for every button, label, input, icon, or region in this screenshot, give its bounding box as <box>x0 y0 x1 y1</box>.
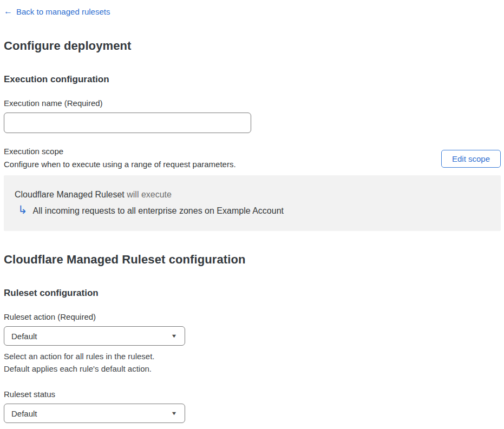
ruleset-configuration-section-title: Cloudflare Managed Ruleset configuration <box>4 253 501 267</box>
ruleset-action-label: Ruleset action (Required) <box>4 312 501 321</box>
summary-scope-value: All incoming requests to all enterprise … <box>33 206 284 216</box>
summary-ruleset-name: Cloudflare Managed Ruleset <box>15 190 125 199</box>
edit-scope-button[interactable]: Edit scope <box>441 150 501 168</box>
ruleset-action-helper-line1: Select an action for all rules in the ru… <box>4 350 501 362</box>
ruleset-status-value: Default <box>11 409 37 418</box>
elbow-arrow-icon: ↳ <box>18 204 28 215</box>
ruleset-action-helper-line2: Default applies each rule's default acti… <box>4 362 501 375</box>
ruleset-configuration-heading: Ruleset configuration <box>4 288 501 299</box>
execution-scope-row: Execution scope Configure when to execut… <box>4 147 501 169</box>
execution-name-input[interactable] <box>4 113 251 133</box>
ruleset-action-value: Default <box>11 332 37 341</box>
configure-deployment-page: ← Back to managed rulesets Configure dep… <box>0 0 504 429</box>
ruleset-status-label: Ruleset status <box>4 390 501 399</box>
summary-will-execute: will execute <box>125 190 172 199</box>
ruleset-action-helper: Select an action for all rules in the ru… <box>4 350 501 375</box>
execution-scope-text: Execution scope Configure when to execut… <box>4 147 236 169</box>
execution-name-label: Execution name (Required) <box>4 98 501 108</box>
back-link-label: Back to managed rulesets <box>16 7 110 16</box>
chevron-down-icon: ▼ <box>171 333 178 339</box>
execution-configuration-heading: Execution configuration <box>4 74 501 85</box>
ruleset-action-select[interactable]: Default ▼ <box>4 326 185 346</box>
summary-scope-line: ↳ All incoming requests to all enterpris… <box>15 205 490 216</box>
execution-scope-summary: Cloudflare Managed Ruleset will execute … <box>4 175 501 231</box>
execution-scope-label: Execution scope <box>4 147 236 156</box>
back-arrow-icon: ← <box>4 7 12 16</box>
page-title: Configure deployment <box>4 39 501 53</box>
execution-scope-description: Configure when to execute using a range … <box>4 160 236 169</box>
chevron-down-icon: ▼ <box>171 411 178 416</box>
ruleset-status-select[interactable]: Default ▼ <box>4 404 185 423</box>
summary-headline: Cloudflare Managed Ruleset will execute <box>15 190 490 200</box>
back-to-managed-rulesets-link[interactable]: ← Back to managed rulesets <box>4 7 110 16</box>
